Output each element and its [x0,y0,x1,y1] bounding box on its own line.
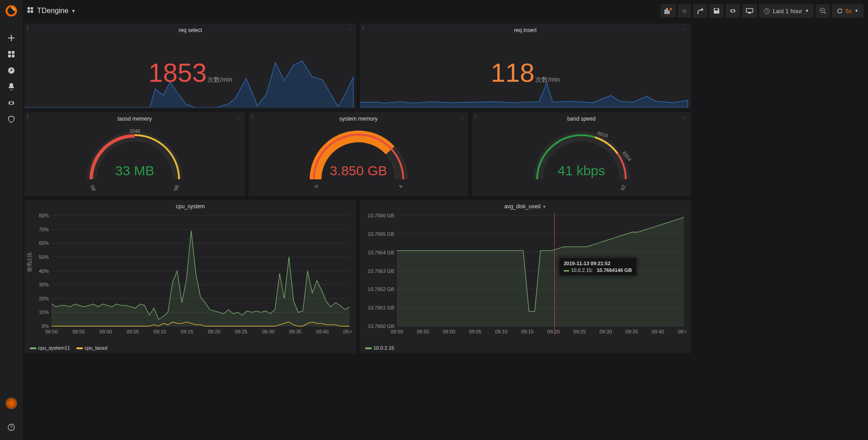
svg-rect-8 [31,7,33,9]
dashboard-title-dropdown[interactable]: TDengine ▼ [27,7,75,15]
svg-text:09:00: 09:00 [99,329,112,334]
gauge: 4916 6554 8192 [532,127,631,191]
panel-title: system memory [249,112,468,122]
svg-text:4096: 4096 [171,184,180,191]
svg-text:8192: 8192 [618,184,627,191]
svg-text:09:45: 09:45 [678,329,686,334]
legend-item[interactable]: cpu_taosd [76,345,108,351]
svg-text:10.7665 GB: 10.7665 GB [368,231,394,237]
svg-text:09:45: 09:45 [343,329,352,334]
panel-menu-icon[interactable] [347,26,353,32]
svg-text:09:15: 09:15 [521,329,534,334]
svg-text:10.7666 GB: 10.7666 GB [368,213,394,218]
share-button[interactable] [693,4,708,18]
add-panel-button[interactable] [660,4,676,18]
svg-text:08:50: 08:50 [45,329,58,334]
gauge-value: 33 MB [24,163,245,178]
star-button[interactable]: ☆ [678,4,691,18]
svg-text:09:30: 09:30 [599,329,612,334]
svg-rect-3 [12,55,14,57]
save-button[interactable] [709,4,724,18]
panel-system-memory[interactable]: i system memory 0 4 3.850 GB [249,112,468,196]
panel-info-icon[interactable]: i [475,114,476,119]
svg-rect-1 [12,51,14,54]
nav-create[interactable] [0,30,23,46]
legend-item[interactable]: cpu_system11 [30,345,70,351]
panel-avg-disk-used[interactable]: avg_disk_used▼ 10.7660 GB10.7661 GB10.76… [360,200,691,353]
nav-dashboards[interactable] [0,46,23,62]
panel-info-icon[interactable]: i [27,25,28,31]
svg-text:10.7660 GB: 10.7660 GB [368,323,394,329]
panel-title[interactable]: avg_disk_used▼ [360,200,691,210]
svg-text:09:00: 09:00 [443,329,456,334]
panel-title: req insert [360,23,691,33]
svg-text:10%: 10% [39,309,49,315]
top-toolbar: TDengine ▼ ☆ Last 1 hour ▼ 5s ▼ [23,0,868,22]
refresh-interval-label: 5s [845,8,852,14]
gauge: 2048 080 4096 [85,127,184,191]
panel-title: taosd memery [24,112,245,122]
svg-text:09:40: 09:40 [652,329,665,334]
svg-rect-15 [747,9,753,12]
zoom-out-button[interactable] [816,4,830,18]
panel-band-speed[interactable]: i band speed 4916 6554 8192 41 kbps [472,112,691,196]
panel-req-insert[interactable]: i req insert 118次数/min [360,23,691,108]
svg-text:09:05: 09:05 [469,329,481,334]
dashboard-grid: i req select 1853次数/min i req insert 118… [23,22,863,440]
refresh-picker[interactable]: 5s ▼ [832,4,863,18]
panel-info-icon[interactable]: i [251,114,253,119]
svg-text:09:15: 09:15 [181,329,193,334]
svg-text:10.7663 GB: 10.7663 GB [368,268,394,274]
svg-text:09:35: 09:35 [626,329,638,334]
svg-text:09:25: 09:25 [235,329,248,334]
svg-rect-12 [666,8,668,14]
nav-help[interactable]: ? [0,419,23,435]
svg-rect-16 [748,13,751,14]
svg-text:08:50: 08:50 [391,329,403,334]
svg-rect-10 [31,10,33,13]
svg-text:2048: 2048 [129,128,140,134]
legend: 10.0.2.15 [365,345,394,351]
gauge: 0 4 [309,127,408,191]
panel-cpu-system[interactable]: cpu_system 使用占比 0%10%20%30%40%50%60%70%8… [24,200,356,353]
nav-explore[interactable] [0,62,23,79]
svg-rect-2 [8,55,11,57]
panel-taosd-memory[interactable]: i taosd memery 2048 080 4096 33 MB [24,112,245,196]
time-range-label: Last 1 hour [773,8,802,14]
panel-title: cpu_system [24,200,356,210]
cycle-view-button[interactable] [742,4,757,18]
panel-title: req select [24,23,356,33]
panel-menu-icon[interactable] [459,115,465,120]
panel-info-icon[interactable]: i [363,25,364,31]
grafana-logo[interactable] [5,5,18,17]
legend: cpu_system11 cpu_taosd [30,345,108,351]
nav-server-admin[interactable] [0,111,23,127]
svg-rect-0 [8,51,11,54]
svg-text:50%: 50% [39,254,49,260]
panel-info-icon[interactable]: i [27,114,28,119]
svg-text:80%: 80% [39,213,49,218]
settings-button[interactable] [726,4,740,18]
svg-rect-13 [668,10,670,14]
panel-req-select[interactable]: i req select 1853次数/min [24,23,356,108]
panel-menu-icon[interactable] [682,115,687,120]
svg-text:0%: 0% [42,323,49,329]
panel-menu-icon[interactable] [682,26,687,32]
svg-rect-11 [665,9,666,14]
dashboard-title: TDengine [37,7,68,15]
svg-text:30%: 30% [39,282,49,287]
nav-alerting[interactable] [0,79,23,95]
svg-text:09:20: 09:20 [208,329,221,334]
sparkline [24,58,354,108]
svg-text:60%: 60% [39,240,49,246]
left-nav: ? [0,0,23,440]
svg-text:70%: 70% [39,227,49,232]
svg-text:10.7662 GB: 10.7662 GB [368,286,394,292]
nav-configuration[interactable] [0,95,23,111]
panel-menu-icon[interactable] [236,115,241,120]
svg-text:10.7661 GB: 10.7661 GB [368,305,394,310]
legend-item[interactable]: 10.0.2.15 [365,345,394,351]
chart-tooltip: 2019-11-13 09:21:52 10.0.2.15:10.7664146… [559,257,637,276]
nav-user-avatar[interactable] [5,398,17,409]
time-picker[interactable]: Last 1 hour ▼ [759,4,814,18]
